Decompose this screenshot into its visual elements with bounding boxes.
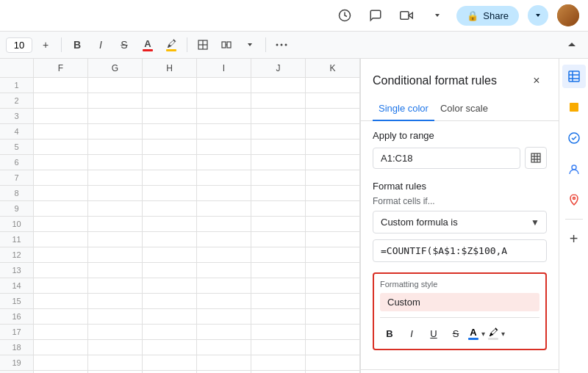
- cell[interactable]: [251, 170, 306, 186]
- table-row[interactable]: 15: [0, 294, 360, 309]
- fmt-strikethrough-button[interactable]: S: [446, 324, 465, 343]
- cell[interactable]: [34, 217, 88, 232]
- cell[interactable]: [143, 170, 197, 186]
- cell[interactable]: [306, 232, 360, 247]
- font-size-input[interactable]: 10: [6, 37, 32, 53]
- cell[interactable]: [34, 294, 88, 309]
- cell[interactable]: [251, 247, 306, 263]
- cell[interactable]: [197, 186, 251, 201]
- cell[interactable]: [34, 170, 88, 186]
- cell[interactable]: [197, 278, 251, 294]
- cell[interactable]: [34, 309, 88, 325]
- table-row[interactable]: 16: [0, 309, 360, 325]
- cell[interactable]: [251, 340, 306, 355]
- fmt-underline-button[interactable]: U: [424, 324, 443, 343]
- cell[interactable]: [88, 170, 143, 186]
- share-button[interactable]: 🔒 Share: [456, 6, 519, 26]
- table-row[interactable]: 10: [0, 217, 360, 232]
- tasks-rail-icon[interactable]: [562, 126, 586, 150]
- cell[interactable]: [251, 93, 306, 109]
- fmt-italic-button[interactable]: I: [402, 324, 421, 343]
- fmt-text-color-button[interactable]: A: [468, 327, 478, 340]
- cell[interactable]: [251, 217, 306, 232]
- cell[interactable]: [197, 355, 251, 371]
- cell[interactable]: [251, 355, 306, 371]
- cell[interactable]: [88, 325, 143, 340]
- table-row[interactable]: 5: [0, 140, 360, 155]
- table-row[interactable]: 8: [0, 186, 360, 201]
- cell[interactable]: [197, 294, 251, 309]
- table-row[interactable]: 3: [0, 109, 360, 124]
- bold-button[interactable]: B: [67, 35, 87, 55]
- cell[interactable]: [88, 109, 143, 124]
- cell[interactable]: [306, 140, 360, 155]
- col-header-f[interactable]: F: [34, 59, 88, 77]
- cell[interactable]: [143, 232, 197, 247]
- cell[interactable]: [306, 325, 360, 340]
- merge-button[interactable]: [216, 35, 237, 55]
- add-addon-button[interactable]: +: [562, 227, 586, 250]
- cell[interactable]: [88, 155, 143, 170]
- fmt-text-color-dropdown[interactable]: ▾: [481, 330, 485, 338]
- table-row[interactable]: 14: [0, 278, 360, 294]
- table-row[interactable]: 7: [0, 170, 360, 186]
- cell[interactable]: [143, 325, 197, 340]
- tab-single-color[interactable]: Single color: [373, 97, 434, 121]
- cell[interactable]: [34, 140, 88, 155]
- strikethrough-button[interactable]: S: [114, 35, 135, 55]
- cell[interactable]: [197, 217, 251, 232]
- maps-rail-icon[interactable]: [562, 188, 586, 211]
- contacts-rail-icon[interactable]: [562, 157, 586, 181]
- cell[interactable]: [306, 340, 360, 355]
- cell[interactable]: [197, 309, 251, 325]
- col-header-k[interactable]: K: [306, 59, 360, 77]
- video-icon[interactable]: [396, 5, 417, 26]
- table-row[interactable]: 18: [0, 340, 360, 355]
- share-dropdown-button[interactable]: [528, 5, 548, 26]
- cell[interactable]: [88, 263, 143, 278]
- cell[interactable]: [197, 124, 251, 140]
- cell[interactable]: [306, 186, 360, 201]
- cell[interactable]: [143, 155, 197, 170]
- cell[interactable]: [88, 294, 143, 309]
- avatar[interactable]: [557, 4, 579, 26]
- cell[interactable]: [306, 93, 360, 109]
- cell[interactable]: [143, 124, 197, 140]
- cell[interactable]: [34, 263, 88, 278]
- cell[interactable]: [251, 124, 306, 140]
- cell[interactable]: [197, 232, 251, 247]
- cell[interactable]: [306, 78, 360, 93]
- cell[interactable]: [251, 201, 306, 217]
- comment-icon[interactable]: [365, 5, 386, 26]
- cell[interactable]: [197, 140, 251, 155]
- cell[interactable]: [34, 278, 88, 294]
- cell[interactable]: [143, 217, 197, 232]
- sheets-rail-icon[interactable]: [562, 65, 586, 88]
- cell[interactable]: [251, 263, 306, 278]
- cell[interactable]: [197, 78, 251, 93]
- cell[interactable]: [143, 278, 197, 294]
- cell[interactable]: [197, 170, 251, 186]
- cell[interactable]: [251, 325, 306, 340]
- italic-button[interactable]: I: [90, 35, 111, 55]
- cell[interactable]: [197, 155, 251, 170]
- table-row[interactable]: 13: [0, 263, 360, 278]
- col-header-i[interactable]: I: [197, 59, 251, 77]
- formula-type-dropdown[interactable]: Custom formula is: [373, 211, 547, 233]
- fmt-bold-button[interactable]: B: [380, 324, 399, 343]
- cell[interactable]: [34, 124, 88, 140]
- cell[interactable]: [34, 247, 88, 263]
- cell[interactable]: [88, 278, 143, 294]
- fmt-highlight-dropdown[interactable]: ▾: [501, 330, 505, 338]
- video-chevron[interactable]: [427, 5, 448, 26]
- cell[interactable]: [143, 263, 197, 278]
- collapse-toolbar-button[interactable]: [562, 35, 582, 55]
- cell[interactable]: [251, 78, 306, 93]
- cell[interactable]: [34, 325, 88, 340]
- cell[interactable]: [251, 232, 306, 247]
- cell[interactable]: [143, 109, 197, 124]
- cell[interactable]: [143, 140, 197, 155]
- cell[interactable]: [143, 93, 197, 109]
- cell[interactable]: [306, 170, 360, 186]
- cell[interactable]: [143, 186, 197, 201]
